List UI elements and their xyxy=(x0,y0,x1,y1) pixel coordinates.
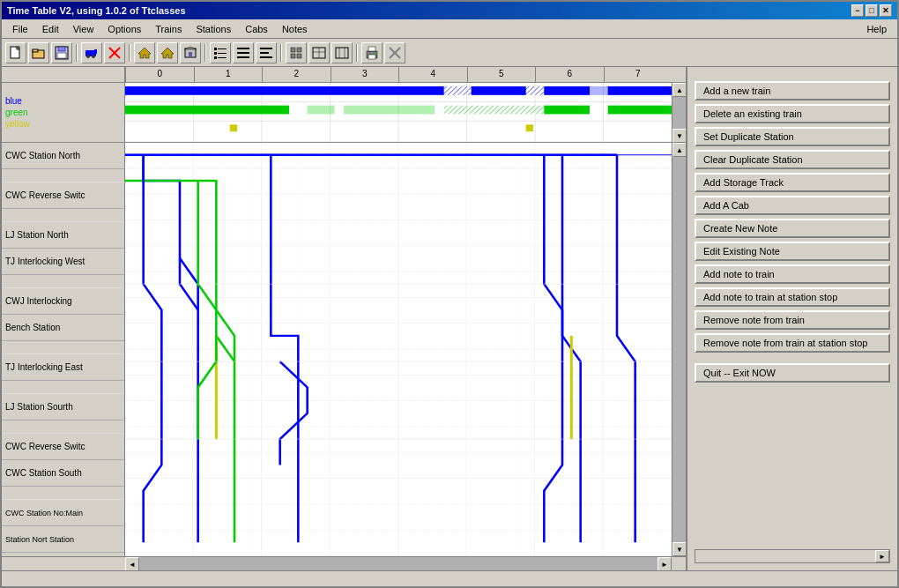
menu-bar: File Edit View Options Trains Stations C… xyxy=(2,19,897,39)
menu-edit[interactable]: Edit xyxy=(35,22,66,36)
menu-stations[interactable]: Stations xyxy=(189,22,238,36)
menu-options[interactable]: Options xyxy=(100,22,148,36)
station-lj-south: LJ Station Sourth xyxy=(2,394,124,421)
h-scroll-left[interactable]: ◄ xyxy=(125,557,139,570)
station-grid: CWC Station North CWC Reverse Switc LJ S… xyxy=(2,143,686,556)
toolbar-btn3[interactable] xyxy=(256,42,277,63)
toolbar-new[interactable] xyxy=(5,42,26,63)
svg-rect-71 xyxy=(526,124,533,131)
toolbar-close2[interactable] xyxy=(384,42,405,63)
grid-scroll-down[interactable]: ▼ xyxy=(672,542,686,556)
menu-view[interactable]: View xyxy=(66,22,101,36)
svg-marker-15 xyxy=(161,48,174,58)
window-title: Time Table V2, using 1.0.2 of Ttclasses xyxy=(7,5,186,16)
station-cwc-reverse2: CWC Reverse Switc xyxy=(2,434,124,460)
scroll-up[interactable]: ▲ xyxy=(672,83,686,97)
toolbar-home1[interactable] xyxy=(134,42,155,63)
toolbar-open[interactable] xyxy=(28,42,49,63)
btn-set-dup-station[interactable]: Set Duplicate Station xyxy=(695,127,890,146)
toolbar-btn6[interactable] xyxy=(331,42,353,63)
svg-rect-65 xyxy=(308,106,335,115)
menu-notes[interactable]: Notes xyxy=(275,22,315,36)
btn-delete-train[interactable]: Delete an existing train xyxy=(695,104,890,123)
btn-add-note-station[interactable]: Add note to train at station stop xyxy=(695,287,890,307)
h-scroll-right[interactable]: ► xyxy=(658,557,672,570)
svg-rect-22 xyxy=(218,53,227,54)
menu-cabs[interactable]: Cabs xyxy=(238,22,275,36)
legend-green: green xyxy=(5,108,121,117)
time-tick-4: 4 xyxy=(398,67,467,82)
svg-rect-61 xyxy=(544,86,590,95)
btn-clear-dup-station[interactable]: Clear Duplicate Station xyxy=(695,150,890,169)
toolbar-btn5[interactable] xyxy=(308,42,330,63)
menu-file[interactable]: File xyxy=(5,22,35,36)
station-bench: Bench Station xyxy=(2,315,124,341)
station-spacer1 xyxy=(2,169,124,182)
time-tick-0: 0 xyxy=(125,67,194,82)
toolbar-train[interactable] xyxy=(81,42,102,63)
maximize-button[interactable]: □ xyxy=(866,4,878,17)
time-tick-1: 1 xyxy=(194,67,263,82)
grid-scroll-up[interactable]: ▲ xyxy=(672,143,686,157)
station-nort: Station Nort Station xyxy=(2,526,124,553)
btn-quit[interactable]: Quit -- Exit NOW xyxy=(695,363,890,383)
toolbar-save[interactable] xyxy=(51,42,72,63)
btn-remove-note-station[interactable]: Remove note from train at station stop xyxy=(695,333,890,353)
panel-scroll-right[interactable]: ► xyxy=(875,550,889,562)
btn-add-cab[interactable]: Add A Cab xyxy=(695,196,890,215)
train-bars-canvas xyxy=(125,83,672,142)
btn-create-note[interactable]: Create New Note xyxy=(695,219,890,238)
legend-yellow: yellow xyxy=(5,119,121,129)
toolbar-btn4[interactable] xyxy=(286,42,307,63)
svg-rect-21 xyxy=(214,52,217,55)
toolbar-home2[interactable] xyxy=(157,42,178,63)
svg-rect-18 xyxy=(189,52,192,57)
svg-rect-69 xyxy=(608,106,672,115)
right-panel: Add a new train Delete an existing train… xyxy=(686,67,897,570)
toolbar-sep3 xyxy=(204,44,206,62)
toolbar-btn2[interactable] xyxy=(233,42,254,63)
station-tj-west: TJ Interlocking West xyxy=(2,249,124,275)
svg-rect-38 xyxy=(336,48,348,58)
scrollbar-track-v[interactable] xyxy=(672,157,686,542)
btn-add-note-train[interactable]: Add note to train xyxy=(695,264,890,284)
grid-canvas[interactable] xyxy=(125,143,672,556)
title-bar: Time Table V2, using 1.0.2 of Ttclasses … xyxy=(2,2,897,19)
toolbar-delete[interactable] xyxy=(104,42,125,63)
btn-add-storage[interactable]: Add Storage Track xyxy=(695,173,890,192)
toolbar-sep2 xyxy=(129,44,130,62)
close-button[interactable]: ✕ xyxy=(880,4,892,17)
scroll-down[interactable]: ▼ xyxy=(672,129,686,143)
btn-remove-note-train[interactable]: Remove note from train xyxy=(695,310,890,330)
svg-rect-6 xyxy=(58,47,65,51)
diagram-area: 0 1 2 3 4 5 6 7 blue gre xyxy=(2,67,686,570)
scrollbar-track-h[interactable] xyxy=(139,557,658,570)
btn-edit-note[interactable]: Edit Existing Note xyxy=(695,242,890,261)
svg-rect-7 xyxy=(57,53,66,58)
toolbar-station[interactable] xyxy=(180,42,201,63)
svg-rect-19 xyxy=(214,48,217,50)
station-tj-east: TJ Interlocking East xyxy=(2,354,124,381)
toolbar-btn1[interactable] xyxy=(210,42,231,63)
legend-blue: blue xyxy=(5,96,121,106)
btn-add-train[interactable]: Add a new train xyxy=(695,81,890,100)
menu-trains[interactable]: Trains xyxy=(148,22,189,36)
station-spacer6 xyxy=(2,421,124,434)
minimize-button[interactable]: − xyxy=(851,4,864,17)
svg-rect-23 xyxy=(214,56,217,59)
time-tick-7: 7 xyxy=(604,67,672,82)
station-spacer3 xyxy=(2,275,124,288)
menu-help[interactable]: Help xyxy=(859,22,894,36)
station-spacer2 xyxy=(2,209,124,222)
svg-rect-24 xyxy=(218,57,227,58)
toolbar-print[interactable] xyxy=(361,42,383,63)
vertical-scrollbar: ▲ ▼ xyxy=(672,143,686,556)
svg-rect-29 xyxy=(260,52,269,54)
time-tick-5: 5 xyxy=(467,67,536,82)
toolbar-sep1 xyxy=(76,44,78,62)
title-bar-buttons: − □ ✕ xyxy=(851,4,892,17)
svg-rect-20 xyxy=(218,48,227,49)
horizontal-scrollbar: ◄ ► xyxy=(2,556,686,570)
train-legend: blue green yellow xyxy=(2,83,125,142)
svg-point-44 xyxy=(375,53,376,55)
